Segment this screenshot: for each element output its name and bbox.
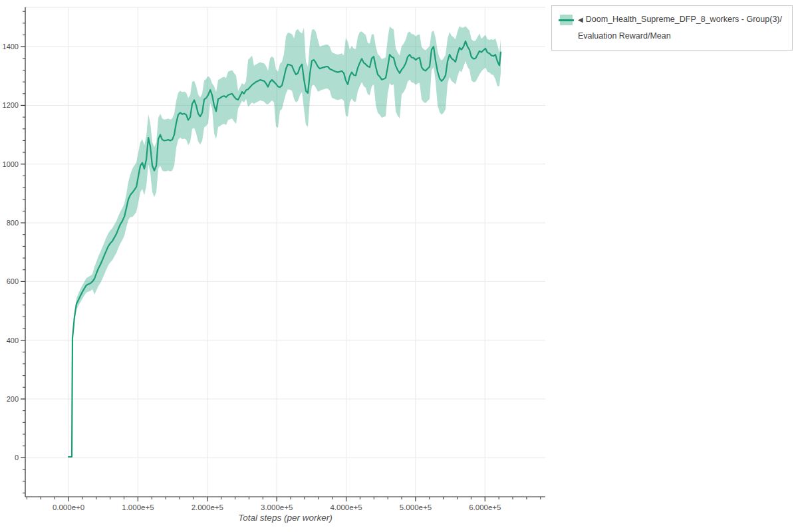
legend-line-swatch — [559, 19, 574, 21]
y-tick-label: 800 — [7, 219, 19, 227]
tick-labels-layer: 0.000e+01.000e+52.000e+53.000e+54.000e+5… — [3, 43, 501, 511]
x-tick-label: 0.000e+0 — [53, 503, 84, 511]
x-tick-label: 6.000e+5 — [469, 503, 501, 511]
legend-series-label: Doom_Health_Supreme_DFP_8_workers - Grou… — [578, 15, 782, 41]
legend-collapse-icon[interactable]: ◀ — [578, 16, 583, 23]
y-tick-label: 0 — [15, 454, 19, 462]
y-tick-label: 400 — [7, 336, 19, 344]
y-tick-label: 200 — [7, 395, 19, 403]
y-tick-label: 1200 — [3, 101, 19, 109]
x-axis-title: Total steps (per worker) — [25, 513, 545, 523]
x-tick-label: 1.000e+5 — [122, 503, 154, 511]
line-layer — [68, 41, 501, 457]
legend-label: ◀Doom_Health_Supreme_DFP_8_workers - Gro… — [578, 11, 785, 45]
confidence-band — [68, 26, 501, 457]
x-tick-label: 4.000e+5 — [330, 503, 362, 511]
x-tick-label: 5.000e+5 — [400, 503, 432, 511]
mean-line — [68, 41, 501, 457]
y-tick-label: 1000 — [3, 160, 19, 168]
legend-series-swatch-icon — [560, 15, 573, 25]
y-tick-label: 600 — [7, 277, 19, 285]
chart-canvas[interactable]: 0.000e+01.000e+52.000e+53.000e+54.000e+5… — [0, 0, 798, 532]
band-layer — [68, 26, 501, 457]
figure: 0.000e+01.000e+52.000e+53.000e+54.000e+5… — [0, 0, 798, 532]
legend[interactable]: ◀Doom_Health_Supreme_DFP_8_workers - Gro… — [551, 5, 793, 51]
y-tick-label: 1400 — [3, 43, 19, 51]
x-tick-label: 2.000e+5 — [192, 503, 223, 511]
x-tick-label: 3.000e+5 — [261, 503, 293, 511]
legend-item[interactable]: ◀Doom_Health_Supreme_DFP_8_workers - Gro… — [559, 11, 785, 45]
